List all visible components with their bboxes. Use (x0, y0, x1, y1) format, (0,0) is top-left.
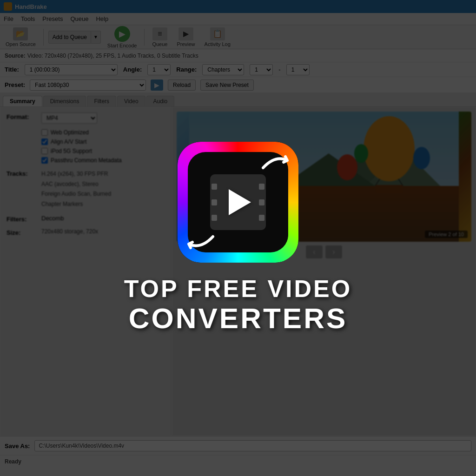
overlay-title-line2: CONVERTERS (129, 303, 348, 334)
perf (259, 184, 264, 190)
app-icon-container (178, 142, 298, 263)
play-triangle (229, 189, 251, 215)
perf (259, 199, 264, 205)
overlay-title-line1: TOP FREE VIDEO (124, 276, 352, 302)
film-strip (210, 174, 266, 230)
perf (212, 184, 217, 190)
app-icon (178, 142, 298, 263)
perf (259, 215, 264, 221)
arrow-right-icon (258, 151, 292, 185)
arrow-left-icon (184, 220, 218, 253)
overlay: TOP FREE VIDEO CONVERTERS (0, 0, 476, 476)
perf (212, 199, 217, 205)
